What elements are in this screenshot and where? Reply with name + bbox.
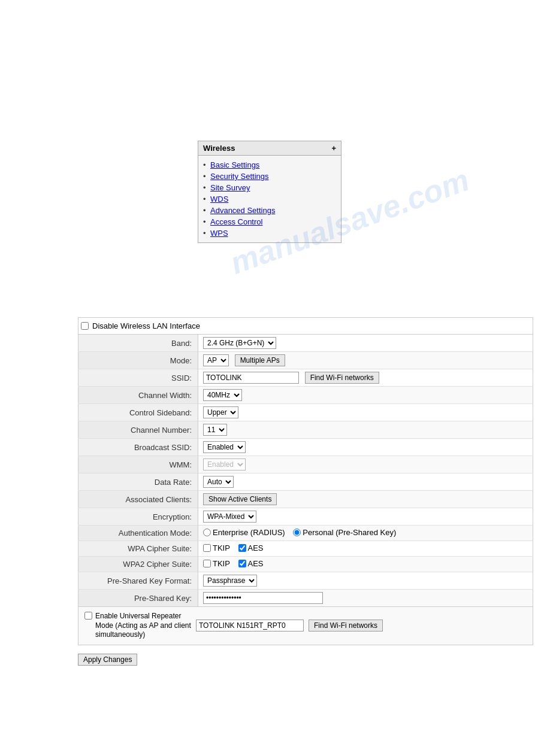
repeater-find-wifi-button[interactable]: Find Wi-Fi networks [309, 620, 383, 631]
control-sideband-label: Control Sideband: [78, 404, 198, 421]
wmm-value: Enabled [198, 456, 533, 473]
repeater-checkbox[interactable] [84, 612, 92, 620]
table-row: Broadcast SSID: Enabled [78, 439, 533, 456]
wpa2-aes-checkbox[interactable] [238, 560, 246, 567]
band-label: Band: [78, 335, 198, 352]
auth-personal-radio[interactable] [293, 529, 301, 536]
data-rate-value: Auto [198, 473, 533, 491]
disable-wireless-checkbox[interactable] [81, 322, 89, 330]
wmm-select[interactable]: Enabled [203, 459, 246, 470]
ssid-input[interactable] [203, 372, 299, 384]
auth-enterprise-label: Enterprise (RADIUS) [203, 528, 285, 537]
disable-wireless-label: Disable Wireless LAN Interface [92, 321, 200, 330]
psk-value [198, 590, 533, 607]
associated-clients-value: Show Active Clients [198, 491, 533, 508]
table-row: Pre-Shared Key Format: Passphrase [78, 572, 533, 590]
wpa-aes-checkbox[interactable] [238, 544, 246, 552]
table-row: Data Rate: Auto [78, 473, 533, 491]
show-active-clients-button[interactable]: Show Active Clients [203, 493, 277, 505]
table-row: Band: 2.4 GHz (B+G+N) [78, 335, 533, 352]
wmm-label: WMM: [78, 456, 198, 473]
ssid-value: Find Wi-Fi networks [198, 369, 533, 387]
table-row: SSID: Find Wi-Fi networks [78, 369, 533, 387]
control-sideband-select[interactable]: Upper [203, 406, 238, 418]
menu-item-site-survey[interactable]: Site Survey [198, 182, 341, 193]
encryption-select[interactable]: WPA-Mixed [203, 511, 256, 523]
table-row: Channel Width: 40MHz [78, 387, 533, 404]
broadcast-ssid-label: Broadcast SSID: [78, 439, 198, 456]
auth-mode-label: Authentication Mode: [78, 526, 198, 541]
psk-label: Pre-Shared Key: [78, 590, 198, 607]
wpa2-tkip-label: TKIP [203, 559, 230, 568]
settings-area: Disable Wireless LAN Interface Band: 2.4… [78, 317, 533, 666]
control-sideband-value: Upper [198, 404, 533, 421]
ssid-label: SSID: [78, 369, 198, 387]
broadcast-ssid-value: Enabled [198, 439, 533, 456]
channel-width-value: 40MHz [198, 387, 533, 404]
wireless-menu: Wireless + Basic Settings Security Setti… [198, 141, 341, 243]
wpa-tkip-text: TKIP [213, 544, 230, 552]
menu-item-access-control[interactable]: Access Control [198, 216, 341, 227]
menu-item-wds[interactable]: WDS [198, 193, 341, 205]
wpa2-cipher-label: WPA2 Cipher Suite: [78, 557, 198, 572]
encryption-value: WPA-Mixed [198, 508, 533, 526]
disable-wireless-row: Disable Wireless LAN Interface [78, 317, 533, 334]
band-select[interactable]: 2.4 GHz (B+G+N) [203, 337, 276, 349]
find-wifi-button[interactable]: Find Wi-Fi networks [305, 372, 379, 384]
wpa-aes-text: AES [248, 544, 264, 552]
mode-select[interactable]: AP [203, 354, 229, 366]
data-rate-select[interactable]: Auto [203, 476, 234, 488]
table-row: WPA Cipher Suite: TKIP AES [78, 541, 533, 557]
channel-width-select[interactable]: 40MHz [203, 389, 242, 401]
menu-item-basic-settings[interactable]: Basic Settings [198, 159, 341, 171]
menu-item-security-settings[interactable]: Security Settings [198, 171, 341, 182]
wireless-menu-plus[interactable]: + [331, 144, 336, 153]
psk-format-label: Pre-Shared Key Format: [78, 572, 198, 590]
wpa-tkip-checkbox[interactable] [203, 544, 211, 552]
mode-label: Mode: [78, 352, 198, 369]
associated-clients-label: Associated Clients: [78, 491, 198, 508]
menu-item-wps[interactable]: WPS [198, 227, 341, 239]
table-row: WPA2 Cipher Suite: TKIP AES [78, 557, 533, 572]
wpa2-aes-label: AES [238, 559, 264, 568]
wpa2-cipher-value: TKIP AES [198, 557, 533, 572]
wpa-cipher-value: TKIP AES [198, 541, 533, 557]
wireless-menu-header: Wireless + [198, 141, 341, 156]
channel-number-select[interactable]: 11 [203, 424, 227, 436]
auth-personal-text: Personal (Pre-Shared Key) [303, 528, 396, 537]
wireless-menu-title: Wireless [203, 144, 235, 153]
apply-btn-row: Apply Changes [78, 654, 533, 666]
broadcast-ssid-select[interactable]: Enabled [203, 441, 246, 453]
auth-enterprise-text: Enterprise (RADIUS) [213, 528, 285, 537]
table-row: Encryption: WPA-Mixed [78, 508, 533, 526]
multiple-aps-button[interactable]: Multiple APs [235, 354, 285, 366]
auth-enterprise-radio[interactable] [203, 529, 211, 536]
psk-input[interactable] [203, 592, 323, 604]
data-rate-label: Data Rate: [78, 473, 198, 491]
menu-item-advanced-settings[interactable]: Advanced Settings [198, 205, 341, 216]
repeater-section: Enable Universal Repeater Mode (Acting a… [78, 607, 533, 645]
settings-table: Band: 2.4 GHz (B+G+N) Mode: AP Multip [78, 334, 533, 607]
auth-personal-label: Personal (Pre-Shared Key) [293, 528, 396, 537]
auth-mode-value: Enterprise (RADIUS) Personal (Pre-Shared… [198, 526, 533, 541]
table-row: Mode: AP Multiple APs [78, 352, 533, 369]
table-row: Authentication Mode: Enterprise (RADIUS)… [78, 526, 533, 541]
page-wrapper: manualsave.com Wireless + Basic Settings… [0, 0, 535, 756]
psk-format-select[interactable]: Passphrase [203, 575, 257, 587]
band-value: 2.4 GHz (B+G+N) [198, 335, 533, 352]
channel-number-value: 11 [198, 421, 533, 439]
repeater-label: Enable Universal Repeater Mode (Acting a… [95, 612, 191, 640]
channel-width-label: Channel Width: [78, 387, 198, 404]
encryption-label: Encryption: [78, 508, 198, 526]
table-row: Associated Clients: Show Active Clients [78, 491, 533, 508]
apply-changes-button[interactable]: Apply Changes [78, 654, 137, 666]
wpa2-tkip-checkbox[interactable] [203, 560, 211, 567]
wpa-tkip-label: TKIP [203, 544, 230, 552]
wpa-cipher-label: WPA Cipher Suite: [78, 541, 198, 557]
wpa-aes-label: AES [238, 544, 264, 552]
channel-number-label: Channel Number: [78, 421, 198, 439]
table-row: Pre-Shared Key: [78, 590, 533, 607]
table-row: WMM: Enabled [78, 456, 533, 473]
table-row: Channel Number: 11 [78, 421, 533, 439]
repeater-ssid-input[interactable] [196, 620, 304, 631]
